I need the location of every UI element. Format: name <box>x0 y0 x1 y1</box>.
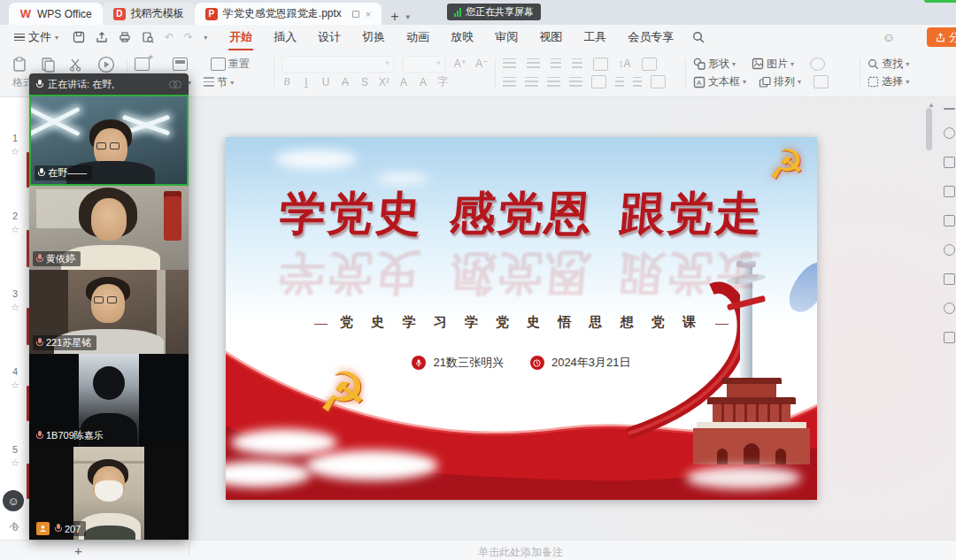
video-tile[interactable]: 221苏星铭 <box>29 270 189 354</box>
tab-docer-templates[interactable]: D 找稻壳模板 <box>103 3 195 25</box>
textbox-button[interactable]: A文本框▾ <box>693 74 746 89</box>
rail-tool-icon[interactable] <box>944 332 955 343</box>
vertical-scrollbar-thumb[interactable] <box>926 108 932 150</box>
rail-tool-icon[interactable] <box>944 273 955 285</box>
star-icon[interactable]: ☆ <box>11 302 19 313</box>
star-icon[interactable]: ☆ <box>11 224 19 235</box>
file-menu-button[interactable]: 文件 ▾ <box>7 29 66 45</box>
shapes-button[interactable]: 形状▾ <box>693 57 736 72</box>
tab-close-icon[interactable]: × <box>366 9 371 19</box>
font-style-button[interactable]: I <box>301 76 312 88</box>
align-center-icon[interactable] <box>525 77 538 88</box>
current-slide[interactable]: ☭ ☭ 学党史 感党恩 跟党走 学党史 感党恩 跟党走 — 党 史 学 习 学 … <box>226 137 817 500</box>
text-direction-icon[interactable] <box>593 58 608 71</box>
rail-tool-icon[interactable] <box>944 127 955 139</box>
indent-list-icon[interactable] <box>615 77 624 88</box>
distribute-icon[interactable] <box>591 75 606 88</box>
menu-tab[interactable]: 审阅 <box>485 26 528 49</box>
video-tile[interactable]: 黄依婷 <box>29 186 189 270</box>
chart-icon[interactable] <box>810 58 825 71</box>
star-icon[interactable]: ☆ <box>11 457 19 469</box>
columns-icon[interactable] <box>642 58 657 71</box>
decrease-indent-icon[interactable] <box>551 58 561 69</box>
menu-tab[interactable]: 插入 <box>264 26 306 49</box>
tab-wps-home[interactable]: W WPS Office <box>9 3 103 25</box>
menu-tab[interactable]: 工具 <box>574 26 616 49</box>
print-preview-icon[interactable] <box>142 31 154 43</box>
align-right-icon[interactable] <box>547 77 560 88</box>
bullet-list-icon[interactable] <box>503 58 516 69</box>
play-from-start-icon[interactable] <box>97 56 115 73</box>
editing-canvas[interactable]: ☭ ☭ 学党史 感党恩 跟党走 学党史 感党恩 跟党走 — 党 史 学 习 学 … <box>189 97 956 540</box>
numbered-list-icon[interactable] <box>527 58 540 69</box>
rail-tool-icon[interactable] <box>944 244 955 256</box>
line-spacing-icon[interactable]: ↕A <box>619 58 631 70</box>
justify-icon[interactable] <box>569 77 582 88</box>
font-style-button[interactable]: U <box>320 76 332 88</box>
menu-tab[interactable]: 视图 <box>529 26 572 49</box>
paste-icon[interactable] <box>12 57 27 73</box>
redo-icon[interactable]: ↷ <box>184 31 193 43</box>
outline-icon[interactable] <box>633 77 642 88</box>
clipboard-icon[interactable] <box>41 57 55 73</box>
font-style-button[interactable]: S <box>359 76 371 88</box>
slide-thumbnail-item[interactable]: 2 ☆ <box>11 211 19 237</box>
meeting-video-panel[interactable]: 正在讲话: 在野, 在野—— 黄依婷 <box>29 73 189 540</box>
font-size-select[interactable] <box>403 56 445 73</box>
star-icon[interactable]: ☆ <box>11 380 19 391</box>
star-icon[interactable]: ☆ <box>11 146 19 157</box>
align-left-icon[interactable] <box>503 77 516 88</box>
save-icon[interactable] <box>73 31 85 43</box>
increase-font-icon[interactable]: A⁺ <box>454 58 466 70</box>
menu-tab[interactable]: 动画 <box>397 26 439 49</box>
font-style-button[interactable]: X² <box>379 76 390 88</box>
new-tab-button[interactable]: + <box>390 9 398 25</box>
video-tile[interactable]: 207 <box>29 447 189 540</box>
font-style-button[interactable]: B <box>281 75 293 88</box>
screen-share-indicator[interactable]: 您正在共享屏幕 <box>447 4 541 20</box>
select-button[interactable]: 选择▾ <box>867 74 909 89</box>
menu-tab[interactable]: 开始 <box>220 26 262 49</box>
feedback-icon[interactable]: ☺ <box>883 30 895 44</box>
slide-thumbnail-item[interactable]: 4 ☆ <box>11 366 19 393</box>
reset-button[interactable]: 重置 <box>211 57 250 72</box>
menu-tab[interactable]: 设计 <box>308 26 351 49</box>
increase-indent-icon[interactable] <box>572 58 582 69</box>
rail-tool-icon[interactable] <box>944 303 955 314</box>
menu-tab[interactable]: 放映 <box>441 26 483 49</box>
align-objects-icon[interactable] <box>651 75 666 88</box>
picture-button[interactable]: 图片▾ <box>752 57 794 72</box>
undo-icon[interactable]: ↶ <box>165 31 173 43</box>
tab-pin-icon[interactable] <box>352 11 359 18</box>
rail-tool-icon[interactable] <box>944 215 955 226</box>
font-style-button[interactable]: A <box>398 76 410 88</box>
tab-list-chevron-icon[interactable]: ▾ <box>406 12 411 21</box>
cut-icon[interactable] <box>69 58 83 72</box>
media-icon[interactable] <box>813 75 829 88</box>
search-icon[interactable] <box>692 31 705 43</box>
toolbar-chevron-icon[interactable]: ▾ <box>204 34 207 42</box>
font-style-button[interactable]: A <box>340 76 351 88</box>
rail-tool-icon[interactable] <box>944 157 955 168</box>
slide-thumbnail-item[interactable]: 3 ☆ <box>11 288 19 315</box>
video-tile[interactable]: 在野—— <box>29 95 189 186</box>
notes-placeholder[interactable]: 单击此处添加备注 <box>478 545 563 560</box>
add-slide-button[interactable]: + <box>74 543 82 558</box>
print-icon[interactable] <box>119 31 131 43</box>
font-family-select[interactable] <box>281 56 395 73</box>
wps-assistant-button[interactable]: ☺ <box>3 490 24 511</box>
slide-thumbnail-item[interactable]: 1 ☆ <box>11 133 19 159</box>
export-icon[interactable] <box>96 31 108 43</box>
share-button[interactable]: 分享 <box>927 27 956 47</box>
collapse-rail-icon[interactable] <box>944 108 955 110</box>
decrease-font-icon[interactable]: A⁻ <box>475 58 488 70</box>
font-style-button[interactable]: A <box>418 76 429 88</box>
slide-layout-icon[interactable] <box>173 58 188 71</box>
font-style-button[interactable]: 字 <box>437 74 449 89</box>
menu-tab[interactable]: 会员专享 <box>618 26 683 49</box>
new-slide-icon[interactable] <box>135 58 150 71</box>
arrange-button[interactable]: 排列▾ <box>759 74 801 89</box>
rail-tool-icon[interactable] <box>944 186 955 197</box>
video-tile[interactable]: 1B709陈嘉乐 <box>29 354 189 447</box>
menu-tab[interactable]: 切换 <box>352 26 395 49</box>
